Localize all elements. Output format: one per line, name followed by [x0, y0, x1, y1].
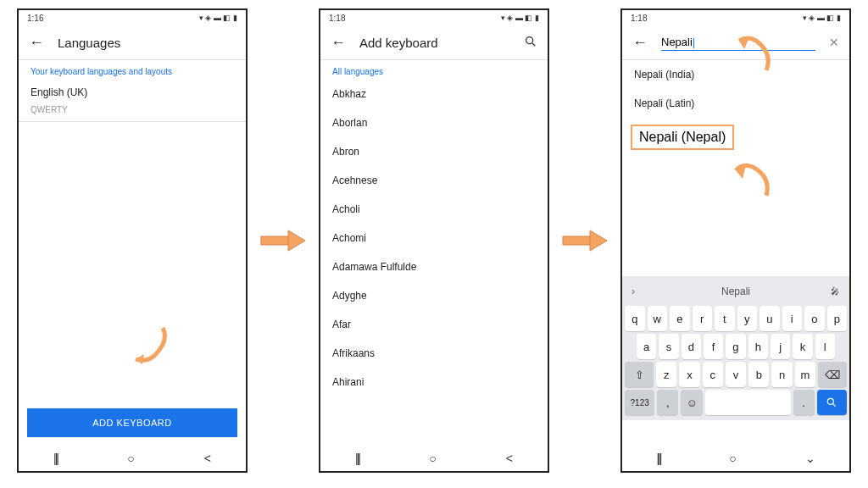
back-icon[interactable]: ← — [632, 34, 648, 52]
list-item[interactable]: Abron — [320, 137, 548, 166]
nav-recent-icon[interactable]: ||| — [53, 452, 58, 465]
section-header: Your keyboard languages and layouts — [19, 60, 246, 80]
key-row: q w e r t y u i o p — [625, 306, 847, 331]
content-area — [19, 122, 246, 400]
list-item[interactable]: Adyghe — [320, 281, 548, 310]
status-time: 1:16 — [27, 14, 43, 23]
status-time: 1:18 — [631, 14, 647, 23]
key[interactable]: d — [682, 334, 701, 359]
search-icon[interactable] — [524, 35, 537, 51]
phone-screen-3: 1:18 ▾ ◈ ▬ ◧ ▮ ← Nepali| ✕ Nepali (India… — [620, 8, 851, 473]
page-title: Languages — [58, 36, 120, 50]
status-bar: 1:18 ▾ ◈ ▬ ◧ ▮ — [320, 10, 548, 25]
list-item[interactable]: Abkhaz — [320, 80, 548, 108]
back-icon[interactable]: ← — [29, 34, 44, 52]
search-input[interactable]: Nepali| — [661, 34, 815, 51]
list-item[interactable]: Acehnese — [320, 166, 548, 195]
nav-back-icon[interactable]: < — [506, 452, 513, 465]
key[interactable]: l — [815, 334, 835, 359]
annotation-curl-arrow — [129, 324, 171, 366]
key[interactable]: x — [679, 362, 699, 387]
svg-rect-0 — [261, 236, 290, 245]
nav-bar: ||| ○ < — [19, 446, 246, 471]
key[interactable]: u — [760, 306, 780, 331]
search-result-item-highlighted[interactable]: Nepali (Nepal) — [631, 125, 734, 150]
app-bar: ← Nepali| ✕ — [622, 25, 849, 59]
close-icon[interactable]: ✕ — [829, 36, 839, 49]
symbol-key[interactable]: ?123 — [625, 390, 654, 415]
nav-home-icon[interactable]: ○ — [729, 452, 736, 465]
search-result-item[interactable]: Nepali (India) — [622, 60, 849, 89]
flow-arrow-icon — [258, 224, 309, 258]
key[interactable]: y — [737, 306, 758, 331]
annotation-curl-arrow — [731, 160, 773, 202]
phone-screen-2: 1:18 ▾ ◈ ▬ ◧ ▮ ← Add keyboard All langua… — [319, 8, 549, 473]
mic-icon[interactable]: 🎤︎ — [831, 286, 840, 297]
nav-recent-icon[interactable]: ||| — [355, 452, 359, 465]
search-result-item[interactable]: Nepali (Latin) — [622, 89, 849, 118]
key[interactable]: v — [726, 362, 746, 387]
key[interactable]: t — [715, 306, 735, 331]
back-icon[interactable]: ← — [331, 34, 346, 52]
status-icons: ▾ ◈ ▬ ◧ ▮ — [803, 14, 841, 22]
key[interactable]: i — [782, 306, 803, 331]
list-item[interactable]: Achomi — [320, 224, 548, 252]
list-item[interactable]: Afrikaans — [320, 339, 548, 368]
suggestion-bar: › Nepali 🎤︎ — [625, 280, 847, 303]
list-item[interactable]: Afar — [320, 310, 548, 339]
key[interactable]: p — [827, 306, 848, 331]
period-key[interactable]: . — [793, 390, 815, 415]
list-item[interactable]: Adamawa Fulfulde — [320, 252, 548, 281]
key[interactable]: c — [703, 362, 723, 387]
key-row: ?123 , ☺ . — [625, 390, 847, 415]
shift-key[interactable]: ⇧ — [625, 362, 654, 387]
app-bar: ← Add keyboard — [320, 25, 548, 59]
key[interactable]: s — [659, 334, 678, 359]
key[interactable]: a — [637, 334, 656, 359]
svg-line-5 — [833, 404, 836, 407]
key[interactable]: w — [648, 306, 668, 331]
nav-home-icon[interactable]: ○ — [429, 452, 436, 465]
key[interactable]: m — [795, 362, 815, 387]
list-item[interactable]: Ahirani — [320, 368, 548, 396]
svg-line-2 — [532, 43, 535, 46]
key[interactable]: q — [625, 306, 645, 331]
key[interactable]: j — [771, 334, 790, 359]
emoji-key[interactable]: ☺ — [681, 390, 702, 415]
keyboard: › Nepali 🎤︎ q w e r t y u i o p a s d f — [622, 276, 849, 420]
key[interactable]: e — [670, 306, 690, 331]
key[interactable]: z — [656, 362, 676, 387]
space-key[interactable] — [705, 390, 791, 415]
key[interactable]: b — [748, 362, 769, 387]
language-list: Abkhaz Aborlan Abron Acehnese Acholi Ach… — [320, 80, 548, 446]
language-layout: QWERTY — [19, 105, 246, 121]
nav-back-icon[interactable]: < — [204, 452, 211, 465]
key[interactable]: h — [748, 334, 768, 359]
chevron-right-icon[interactable]: › — [632, 286, 635, 297]
comma-key[interactable]: , — [657, 390, 678, 415]
key[interactable]: o — [804, 306, 825, 331]
language-item[interactable]: English (UK) — [19, 80, 246, 105]
nav-keyboard-down-icon[interactable]: ⌄ — [805, 452, 815, 465]
key[interactable]: g — [726, 334, 745, 359]
status-time: 1:18 — [329, 14, 345, 23]
app-bar: ← Languages — [19, 25, 246, 59]
search-enter-key[interactable] — [817, 390, 847, 415]
list-item[interactable]: Aborlan — [320, 108, 548, 137]
add-keyboard-button[interactable]: ADD KEYBOARD — [27, 408, 237, 437]
key[interactable]: k — [793, 334, 812, 359]
key-row: a s d f g h j k l — [625, 334, 847, 359]
nav-bar: ||| ○ < — [320, 446, 548, 471]
nav-recent-icon[interactable]: ||| — [656, 452, 660, 465]
key[interactable]: n — [771, 362, 792, 387]
nav-home-icon[interactable]: ○ — [127, 452, 134, 465]
section-header: All languages — [320, 60, 548, 80]
status-icons: ▾ ◈ ▬ ◧ ▮ — [199, 14, 237, 22]
key[interactable]: f — [704, 334, 723, 359]
flow-arrow-icon — [559, 224, 610, 258]
list-item[interactable]: Acholi — [320, 195, 548, 224]
status-icons: ▾ ◈ ▬ ◧ ▮ — [501, 14, 539, 22]
key[interactable]: r — [693, 306, 713, 331]
suggestion-text[interactable]: Nepali — [721, 286, 750, 297]
backspace-key[interactable]: ⌫ — [818, 362, 847, 387]
